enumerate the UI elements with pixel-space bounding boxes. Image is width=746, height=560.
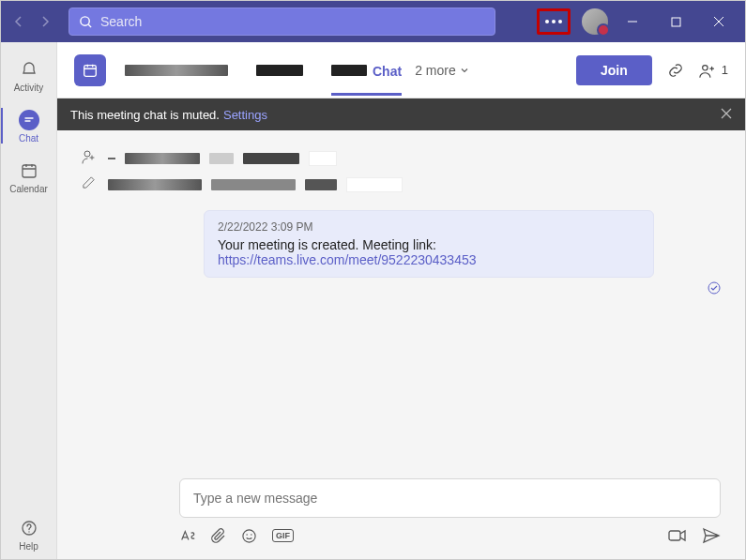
chat-header: Chat 2 more Join 1	[57, 42, 745, 98]
search-box[interactable]	[69, 8, 495, 36]
message-list: 2/22/2022 3:09 PM Your meeting is create…	[57, 130, 745, 467]
message-bubble[interactable]: 2/22/2022 3:09 PM Your meeting is create…	[204, 210, 654, 278]
svg-point-8	[243, 529, 255, 541]
message-body: Your meeting is created. Meeting link:	[218, 237, 640, 252]
compose-box[interactable]	[179, 478, 721, 518]
title-bar	[1, 1, 745, 42]
rail-help[interactable]: Help	[1, 508, 57, 559]
more-options-button[interactable]	[545, 20, 562, 23]
attach-button[interactable]	[211, 528, 226, 543]
svg-rect-11	[669, 531, 680, 540]
meeting-link[interactable]: https://teams.live.com/meet/952223043345…	[218, 252, 640, 267]
sent-indicator-icon	[708, 281, 721, 298]
svg-rect-1	[672, 18, 680, 26]
window-minimize[interactable]	[614, 1, 651, 42]
muted-banner: This meeting chat is muted. Settings	[57, 98, 745, 130]
window-close[interactable]	[700, 1, 738, 42]
svg-rect-2	[23, 165, 36, 177]
send-button[interactable]	[702, 527, 721, 544]
rail-calendar[interactable]: Calendar	[1, 151, 57, 202]
banner-settings-link[interactable]: Settings	[223, 108, 267, 122]
compose-input[interactable]	[193, 491, 707, 506]
settings-more-highlight	[537, 8, 571, 35]
rail-help-label: Help	[19, 541, 38, 552]
meet-now-button[interactable]	[668, 527, 687, 544]
window-maximize[interactable]	[657, 1, 694, 42]
system-row-added	[82, 149, 721, 168]
message-item: 2/22/2022 3:09 PM Your meeting is create…	[204, 210, 721, 278]
svg-point-0	[81, 16, 89, 24]
gif-button[interactable]: GIF	[272, 529, 294, 542]
tab-1[interactable]	[125, 64, 228, 94]
edit-icon	[82, 175, 99, 193]
join-button[interactable]: Join	[576, 55, 652, 85]
search-input[interactable]	[100, 14, 485, 29]
person-add-icon	[82, 149, 99, 168]
tab-2[interactable]	[256, 64, 303, 94]
nav-back[interactable]	[8, 11, 29, 32]
profile-avatar[interactable]	[582, 8, 608, 35]
svg-rect-4	[84, 65, 97, 76]
svg-point-7	[708, 282, 720, 294]
banner-text: This meeting chat is muted.	[70, 108, 220, 122]
banner-close[interactable]	[721, 108, 732, 122]
message-timestamp: 2/22/2022 3:09 PM	[218, 220, 640, 234]
rail-activity-label: Activity	[14, 83, 44, 93]
search-icon	[79, 15, 93, 29]
svg-point-9	[246, 534, 248, 536]
rail-chat[interactable]: Chat	[1, 100, 57, 151]
rail-calendar-label: Calendar	[9, 184, 48, 194]
app-rail: Activity Chat Calendar Help	[1, 42, 57, 559]
svg-point-10	[251, 534, 252, 536]
nav-forward[interactable]	[35, 11, 55, 32]
participants-button[interactable]: 1	[699, 62, 728, 79]
rail-chat-label: Chat	[19, 133, 38, 144]
tab-chat[interactable]: Chat	[331, 64, 402, 94]
svg-point-6	[84, 151, 90, 157]
svg-point-5	[702, 65, 707, 69]
rail-activity[interactable]: Activity	[1, 50, 57, 100]
emoji-button[interactable]	[241, 528, 257, 544]
composer: GIF	[57, 467, 745, 559]
more-tabs[interactable]: 2 more	[415, 63, 469, 78]
meeting-icon	[74, 54, 106, 86]
system-row-renamed	[82, 175, 721, 193]
format-button[interactable]	[179, 528, 196, 543]
copy-link-button[interactable]	[667, 62, 684, 79]
